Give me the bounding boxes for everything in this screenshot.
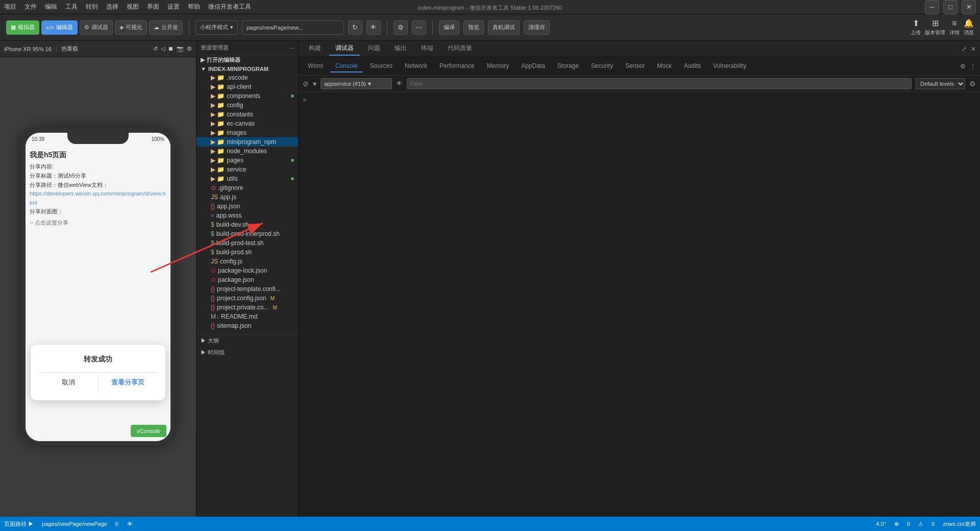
- file-build-prod-test[interactable]: $ build-prod-test.sh: [197, 238, 298, 248]
- debugger-btn[interactable]: ⚙ 调试器: [80, 20, 113, 35]
- preview-btn[interactable]: 预览: [463, 20, 484, 35]
- folder-api-client[interactable]: ▶ 📁 api-client: [197, 82, 298, 91]
- more-dots-icon[interactable]: ⋮: [970, 63, 976, 70]
- phone-dialog-confirm-btn[interactable]: 查看分享页: [98, 373, 158, 392]
- file-project-config[interactable]: {} project.config.json M: [197, 294, 298, 303]
- folder-miniprogram-npm[interactable]: ▶ 📁 miniprogram_npm: [197, 137, 298, 147]
- phone-settings-link[interactable]: ○ 点击设置分享: [30, 219, 166, 228]
- sub-tab-wxml[interactable]: Wxml: [303, 60, 328, 73]
- dev-btn[interactable]: ☁ 云开发: [149, 20, 183, 35]
- upload-btn[interactable]: ⬆ 上传: [911, 18, 921, 36]
- eye-filter-icon[interactable]: 👁: [396, 80, 403, 87]
- folder-ec-canvas[interactable]: ▶ 📁 ec-canvas: [197, 119, 298, 128]
- folder-pages[interactable]: ▶ 📁 pages: [197, 156, 298, 165]
- play-stop-icon[interactable]: ⏹: [168, 45, 174, 52]
- sub-tab-audits[interactable]: Audits: [679, 60, 706, 73]
- file-appjson[interactable]: {} app.json: [197, 202, 298, 211]
- sub-tab-security[interactable]: Security: [586, 60, 618, 73]
- phone-dialog-cancel-btn[interactable]: 取消: [39, 373, 98, 392]
- menu-item-settings[interactable]: 设置: [167, 3, 180, 11]
- visibility-icon[interactable]: 👁: [127, 521, 133, 527]
- refresh-icon[interactable]: ↻: [348, 20, 362, 35]
- screenshot-icon[interactable]: 📷: [177, 45, 184, 52]
- appservice-dropdown-icon[interactable]: ▾: [368, 80, 371, 87]
- menu-item-edit[interactable]: 编辑: [45, 3, 57, 11]
- clear-cache-btn[interactable]: 清缓存: [524, 20, 550, 35]
- folder-components[interactable]: ▶ 📁 components: [197, 91, 298, 101]
- maximize-btn[interactable]: □: [943, 0, 958, 14]
- folder-service[interactable]: ▶ 📁 service: [197, 165, 298, 174]
- file-build-dev[interactable]: $ build-dev.sh: [197, 220, 298, 229]
- file-readme[interactable]: M↓ README.md: [197, 312, 298, 321]
- folder-constants[interactable]: ▶ 📁 constants: [197, 110, 298, 119]
- sub-tab-storage[interactable]: Storage: [552, 60, 584, 73]
- tab-code-quality[interactable]: 代码质量: [442, 42, 478, 56]
- sub-tab-sources[interactable]: Sources: [365, 60, 398, 73]
- tab-output[interactable]: 输出: [388, 42, 413, 56]
- console-prompt[interactable]: >: [303, 96, 976, 104]
- file-build-prod[interactable]: $ build-prod.sh: [197, 248, 298, 257]
- menu-item-select[interactable]: 选择: [106, 3, 118, 11]
- preview-eye-icon[interactable]: 👁: [366, 20, 381, 35]
- tab-problems[interactable]: 问题: [362, 42, 386, 56]
- sub-tab-vulnerability[interactable]: Vulnerability: [708, 60, 751, 73]
- file-packagejson[interactable]: ⊙ package.json: [197, 275, 298, 284]
- editor-btn[interactable]: </> 编辑器: [41, 20, 78, 35]
- close-btn[interactable]: ✕: [962, 0, 976, 14]
- tab-debugger[interactable]: 调试器: [329, 42, 360, 56]
- devtools-close-icon[interactable]: ✕: [971, 45, 976, 53]
- log-level-select[interactable]: Default levels: [916, 78, 965, 89]
- project-root-section[interactable]: ▼ INDEX-MINIPROGRAM: [197, 65, 298, 73]
- settings-gear-icon[interactable]: ⚙: [960, 63, 966, 70]
- file-appwxss[interactable]: ≈ app.wxss: [197, 211, 298, 220]
- folder-config[interactable]: ▶ 📁 config: [197, 101, 298, 110]
- file-configjs[interactable]: JS config.js: [197, 257, 298, 266]
- menu-item-wechat[interactable]: 微信开发者工具: [208, 3, 251, 11]
- menu-item-file[interactable]: 文件: [24, 3, 37, 11]
- menu-item-tools[interactable]: 工具: [65, 3, 78, 11]
- filter-input[interactable]: [407, 78, 912, 89]
- open-editors-section[interactable]: ▶ 打开的编辑器: [197, 55, 298, 65]
- sub-tab-performance[interactable]: Performance: [434, 60, 480, 73]
- file-sitemap[interactable]: {} sitemap.json: [197, 321, 298, 330]
- compile-btn[interactable]: 编译: [439, 20, 459, 35]
- folder-utils[interactable]: ▶ 📁 utils: [197, 174, 298, 183]
- tab-build[interactable]: 构建: [303, 42, 327, 56]
- copy-icon[interactable]: ⎘: [115, 521, 119, 527]
- menu-item-view[interactable]: 视图: [127, 3, 139, 11]
- detail-btn[interactable]: ≡ 详情: [949, 19, 960, 36]
- minimize-btn[interactable]: ─: [925, 0, 939, 14]
- devtools-expand-icon[interactable]: ⤢: [962, 45, 967, 53]
- menu-item-help[interactable]: 帮助: [188, 3, 200, 11]
- sub-tab-mock[interactable]: Mock: [652, 60, 677, 73]
- sub-tab-console[interactable]: Console: [330, 60, 363, 73]
- simulator-btn[interactable]: ▦ 模拟器: [6, 20, 39, 35]
- menu-item-interface[interactable]: 界面: [147, 3, 159, 11]
- folder-node-modules[interactable]: ▶ 📁 node_modules: [197, 147, 298, 156]
- file-appjs[interactable]: JS app.js: [197, 192, 298, 202]
- filter-icon[interactable]: ▾: [313, 80, 316, 88]
- mode-selector[interactable]: 小程序模式 ▾: [195, 20, 238, 35]
- file-gitignore[interactable]: ⊙ .gitignore: [197, 183, 298, 192]
- sub-tab-appdata[interactable]: AppData: [516, 60, 550, 73]
- sub-tab-sensor[interactable]: Sensor: [620, 60, 650, 73]
- file-build-prod-innerprod[interactable]: $ build-prod-innerprod.sh: [197, 229, 298, 238]
- timeline-section[interactable]: ▶ 时间线: [197, 347, 298, 358]
- rotate-icon[interactable]: ↺: [153, 45, 158, 52]
- message-btn[interactable]: 🔔 消息: [964, 18, 974, 36]
- hotreload-btn[interactable]: 热重载: [61, 45, 78, 53]
- back-icon[interactable]: ◁: [161, 45, 165, 52]
- sub-tab-memory[interactable]: Memory: [482, 60, 514, 73]
- outline-section[interactable]: ▶ 大纲: [197, 335, 298, 347]
- menu-item-goto[interactable]: 转到: [86, 3, 98, 11]
- compile-settings-icon[interactable]: ⚙: [394, 20, 408, 35]
- sub-tab-network[interactable]: Network: [400, 60, 432, 73]
- menu-item-project[interactable]: 项目: [4, 3, 16, 11]
- version-mgmt-btn[interactable]: ⊞ 版本管理: [925, 18, 945, 36]
- visual-btn[interactable]: ◈ 可视化: [115, 20, 147, 35]
- block-icon[interactable]: ⊘: [303, 80, 309, 88]
- real-debug-btn[interactable]: 真机调试: [488, 20, 520, 35]
- file-project-private[interactable]: {} project.private.co... M: [197, 303, 298, 312]
- more-options-icon[interactable]: ⋯: [412, 20, 426, 35]
- file-project-template[interactable]: {} project-template.confi...: [197, 284, 298, 294]
